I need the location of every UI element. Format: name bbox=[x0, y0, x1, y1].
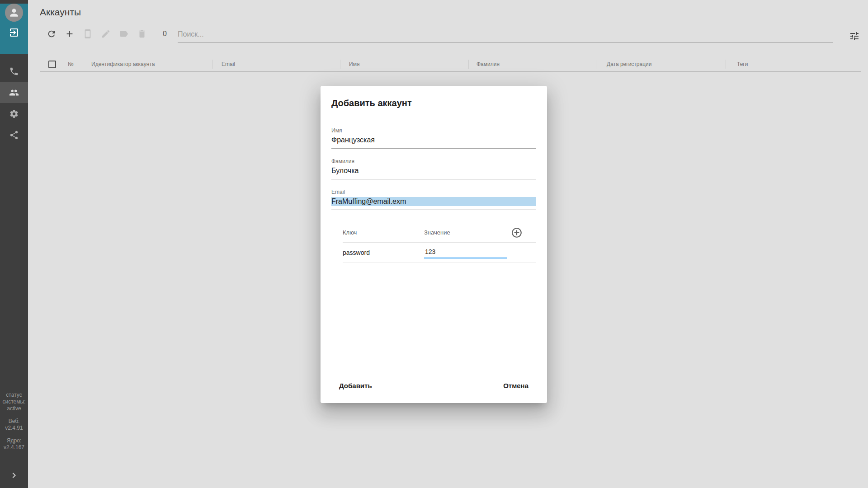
email-label: Email bbox=[331, 189, 536, 195]
tag-icon bbox=[119, 29, 129, 39]
header-cell-last-name: Фамилия bbox=[468, 57, 595, 71]
last-name-input[interactable]: Булочка bbox=[331, 164, 536, 179]
status-line: статус bbox=[0, 392, 28, 399]
dialog-fields: Имя Французская Фамилия Булочка Email Fr… bbox=[331, 127, 536, 210]
web-version-value: v2.4.91 bbox=[0, 425, 28, 432]
core-version-label: Ядро: bbox=[0, 437, 28, 444]
refresh-button[interactable] bbox=[46, 28, 57, 39]
email-field: Email FraMuffing@email.exm bbox=[331, 189, 536, 210]
search-input[interactable] bbox=[178, 26, 833, 42]
system-status-block: статус системы: active bbox=[0, 392, 28, 412]
phone-icon bbox=[9, 66, 19, 76]
core-version-block: Ядро: v2.4.167 bbox=[0, 437, 28, 451]
sidebar-header bbox=[0, 4, 28, 54]
avatar[interactable] bbox=[5, 4, 23, 22]
search-field bbox=[178, 26, 833, 42]
submit-button[interactable]: Добавить bbox=[339, 379, 372, 392]
filter-button[interactable] bbox=[849, 31, 860, 42]
expand-sidebar-button[interactable] bbox=[0, 469, 28, 482]
system-status: статус системы: active Веб: v2.4.91 Ядро… bbox=[0, 392, 28, 451]
dialog-title: Добавить аккаунт bbox=[331, 98, 536, 108]
last-name-field: Фамилия Булочка bbox=[331, 158, 536, 179]
web-version-label: Веб: bbox=[0, 418, 28, 425]
person-icon bbox=[8, 7, 20, 19]
sidebar-item-calls[interactable] bbox=[0, 61, 28, 82]
add-account-dialog: Добавить аккаунт Имя Французская Фамилия… bbox=[321, 86, 547, 403]
value-column-header: Значение bbox=[424, 229, 507, 236]
key-input[interactable]: password bbox=[343, 249, 424, 256]
chevron-right-icon bbox=[9, 470, 19, 481]
email-input[interactable]: FraMuffing@email.exm bbox=[331, 195, 536, 210]
logout-button[interactable] bbox=[0, 22, 28, 43]
refresh-icon bbox=[47, 29, 57, 39]
cancel-button[interactable]: Отмена bbox=[503, 379, 528, 392]
select-all-checkbox[interactable] bbox=[48, 61, 56, 68]
pencil-icon bbox=[101, 29, 111, 39]
dialog-actions: Добавить Отмена bbox=[339, 379, 528, 392]
status-line: системы: bbox=[0, 399, 28, 405]
header-cell-account-id: Идентификатор аккаунта bbox=[86, 57, 212, 71]
email-selected-text: FraMuffing@email.exm bbox=[331, 197, 536, 206]
exit-icon bbox=[9, 27, 19, 38]
tag-button[interactable] bbox=[118, 28, 129, 39]
plus-circle-icon bbox=[511, 227, 523, 239]
add-account-button[interactable] bbox=[64, 28, 75, 39]
header-cell-registration-date: Дата регистрации bbox=[595, 57, 725, 71]
toolbar: 0 bbox=[46, 26, 167, 42]
add-key-value-button[interactable] bbox=[511, 227, 523, 239]
web-version-block: Веб: v2.4.91 bbox=[0, 418, 28, 432]
selected-count: 0 bbox=[163, 30, 167, 38]
sidebar-nav bbox=[0, 61, 28, 145]
value-input[interactable]: 123 bbox=[424, 246, 507, 258]
first-name-field: Имя Французская bbox=[331, 127, 536, 149]
header-cell-number: № bbox=[63, 57, 86, 71]
plus-icon bbox=[65, 29, 75, 39]
first-name-label: Имя bbox=[331, 127, 536, 134]
sidebar-item-settings[interactable] bbox=[0, 103, 28, 124]
header-cell-first-name: Имя bbox=[340, 57, 468, 71]
people-icon bbox=[9, 88, 19, 98]
sim-card-icon bbox=[83, 29, 93, 39]
key-value-header: Ключ Значение bbox=[343, 223, 536, 243]
key-value-section: Ключ Значение password 123 bbox=[343, 223, 536, 263]
header-cell-tags: Теги bbox=[725, 57, 861, 71]
first-name-input[interactable]: Французская bbox=[331, 134, 536, 149]
core-version-value: v2.4.167 bbox=[0, 444, 28, 451]
accounts-table-header: № Идентификатор аккаунта Email Имя Фамил… bbox=[40, 57, 861, 72]
trash-icon bbox=[137, 29, 147, 39]
key-column-header: Ключ bbox=[343, 229, 424, 236]
status-value: active bbox=[0, 405, 28, 412]
edit-button[interactable] bbox=[100, 28, 111, 39]
header-cell-email: Email bbox=[212, 57, 340, 71]
sidebar-item-share[interactable] bbox=[0, 124, 28, 145]
share-icon bbox=[9, 130, 19, 140]
sidebar-item-accounts[interactable] bbox=[0, 82, 28, 103]
delete-button[interactable] bbox=[137, 28, 147, 39]
page-title: Аккаунты bbox=[40, 7, 81, 18]
tune-icon bbox=[849, 31, 860, 42]
sim-card-button[interactable] bbox=[82, 28, 93, 39]
sidebar: статус системы: active Веб: v2.4.91 Ядро… bbox=[0, 0, 28, 488]
header-cell-checkbox bbox=[40, 57, 63, 71]
last-name-label: Фамилия bbox=[331, 158, 536, 164]
gear-icon bbox=[9, 109, 19, 119]
key-value-row: password 123 bbox=[343, 243, 536, 263]
